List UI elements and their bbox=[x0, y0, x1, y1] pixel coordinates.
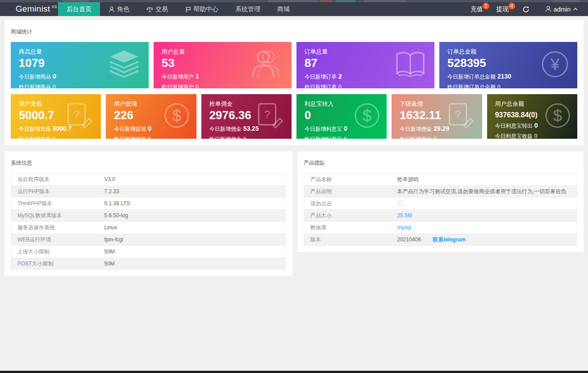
row-value: mysql bbox=[391, 222, 577, 234]
page-content: 商城统计 商品总量1079今日新增商品0昨日新增商品0用户总量53今日新增用户1… bbox=[0, 16, 588, 280]
stat-card-line2: 昨日新增订单总金额0 bbox=[447, 83, 569, 88]
stat-line-value: 0 bbox=[148, 125, 151, 132]
row-value: 本产品只为学习测试交流,请勿要做商业或者用于违法行为,一切后果自负 bbox=[391, 186, 577, 198]
table-row: 产品名称抢单源码 bbox=[304, 174, 577, 186]
row-value: fpm-fcgi bbox=[98, 234, 286, 246]
stat-line-label: 今日新增订单总金额 bbox=[447, 74, 496, 80]
nav-item-label: 角色 bbox=[117, 5, 129, 13]
stat-line-label: 今日新增订单 bbox=[304, 74, 337, 80]
withdraw-button[interactable]: 提现 4 bbox=[490, 2, 516, 16]
row-value-text: 7.2.33 bbox=[104, 188, 119, 195]
row-value-text: 本产品只为学习测试交流,请勿要做商业或者用于违法行为,一切后果自负 bbox=[397, 188, 567, 195]
stats-panel-title: 商城统计 bbox=[11, 28, 577, 36]
stat-line-label: 昨日新增用户 bbox=[162, 84, 194, 88]
stat-card-line2: 昨日新增提现0 bbox=[114, 136, 188, 139]
main-menu: 后台首页角色交易帮助中心系统管理商城 bbox=[58, 2, 298, 16]
do-not-click-icon[interactable]: ··· bbox=[397, 200, 405, 207]
user-icon bbox=[545, 6, 551, 12]
row-label: ThinkPHP版本 bbox=[11, 198, 98, 210]
stat-line-label: 昨日新增商品 bbox=[19, 84, 51, 88]
row-value-text: 5.6.50-log bbox=[104, 212, 128, 219]
stat-line-label: 昨日新增佣金 bbox=[209, 136, 242, 139]
row-label: MySQL数据库版本 bbox=[11, 210, 98, 222]
stat-card-line2: 昨日新增订单0 bbox=[304, 83, 426, 88]
refresh-button[interactable] bbox=[516, 2, 538, 16]
stat-line-value: 0 bbox=[53, 84, 56, 88]
nav-item-5[interactable]: 商城 bbox=[269, 2, 298, 16]
table-row: MySQL数据库版本5.6.50-log bbox=[11, 210, 286, 222]
row-value: 5.1.38 LTS bbox=[98, 198, 286, 210]
value-link[interactable]: 25.5M bbox=[397, 212, 412, 219]
admin-menu[interactable]: admin bbox=[538, 2, 584, 16]
row-value-text: 50M bbox=[104, 261, 115, 267]
stat-line-label: 今日利息宝收益 bbox=[495, 133, 533, 139]
dollar-icon: $ bbox=[354, 102, 380, 131]
stat-line-value: 0 bbox=[196, 84, 199, 88]
stat-card: 订单总量87今日新增订单2昨日新增订单0 bbox=[296, 42, 434, 88]
nav-item-0[interactable]: 后台首页 bbox=[58, 2, 100, 16]
nav-item-2[interactable]: 交易 bbox=[138, 2, 176, 16]
table-row: 上传大小限制50M bbox=[11, 246, 286, 258]
stat-line-value: 0 bbox=[434, 136, 437, 139]
stats-panel: 商城统计 商品总量1079今日新增商品0昨日新增商品0用户总量53今日新增用户1… bbox=[4, 20, 584, 145]
row-value-text: 抢单源码 bbox=[397, 176, 419, 182]
table-row: POST大小限制50M bbox=[11, 258, 286, 270]
stat-card: 用户充值5000.7今日新增充值5000.7昨日新增充值0? bbox=[11, 94, 101, 139]
system-info-table: 当前程序版本V3.0运行PHP版本7.2.33ThinkPHP版本5.1.38 … bbox=[11, 173, 286, 270]
row-label: 产品说明 bbox=[304, 186, 391, 198]
row-value: ··· bbox=[391, 198, 577, 210]
row-value-text: V3.0 bbox=[104, 176, 116, 182]
row-value: 7.2.33 bbox=[98, 186, 286, 198]
stat-line-label: 今日新增用户 bbox=[162, 74, 194, 80]
stat-line-value: 0 bbox=[344, 136, 347, 139]
stat-card-line2: 昨日新增充值0 bbox=[19, 136, 93, 139]
user-icon bbox=[108, 6, 115, 13]
stat-line-label: 昨日新增充值 bbox=[19, 136, 51, 139]
product-team-table: 产品名称抢单源码产品说明本产品只为学习测试交流,请勿要做商业或者用于违法行为,一… bbox=[304, 173, 577, 246]
doc-icon: ? bbox=[65, 102, 95, 131]
stat-line-value: 0 bbox=[338, 84, 342, 88]
stat-line-value: 0 bbox=[53, 136, 56, 139]
system-info-panel: 系统信息 当前程序版本V3.0运行PHP版本7.2.33ThinkPHP版本5.… bbox=[4, 151, 292, 276]
row-label: POST大小限制 bbox=[11, 258, 98, 270]
value-link[interactable]: mysql bbox=[397, 224, 411, 231]
row-value-text: 50M bbox=[104, 249, 115, 255]
stat-line-value: 2130 bbox=[497, 73, 511, 80]
stat-line-label: 今日新增佣金 bbox=[209, 126, 242, 132]
row-value: 50M bbox=[98, 258, 286, 270]
yen-icon: ¥ bbox=[541, 50, 569, 80]
row-label: 当前程序版本 bbox=[11, 174, 98, 186]
admin-username: admin bbox=[554, 6, 571, 13]
product-team-title: 产品团队 bbox=[304, 159, 577, 167]
stat-line-value: 1 bbox=[196, 73, 199, 80]
stat-card-line2: 昨日新增佣金0 bbox=[209, 136, 284, 139]
stat-line-label: 今日新增商品 bbox=[19, 74, 51, 80]
scales-icon bbox=[146, 6, 153, 13]
stat-line-value: 0 bbox=[243, 136, 246, 139]
svg-text:?: ? bbox=[74, 108, 80, 120]
nav-item-1[interactable]: 角色 bbox=[100, 2, 138, 16]
app-logo: Geminist V3.0 bbox=[0, 2, 58, 16]
stat-card-line2: 昨日新增佣金0 bbox=[400, 136, 474, 139]
stat-line-value: 0 bbox=[53, 73, 56, 80]
recharge-label: 充值 bbox=[471, 5, 483, 13]
nav-item-4[interactable]: 系统管理 bbox=[227, 2, 269, 16]
stat-card: 用户总量53今日新增用户1昨日新增用户0 bbox=[154, 42, 292, 88]
doc-icon: ? bbox=[256, 102, 285, 131]
row-label: 版本 bbox=[304, 234, 391, 246]
stat-cards-row-2: 用户充值5000.7今日新增充值5000.7昨日新增充值0?用户提现226今日新… bbox=[11, 94, 577, 139]
row-label: 上传大小限制 bbox=[11, 246, 98, 258]
system-info-title: 系统信息 bbox=[11, 159, 286, 167]
stat-line-label: 昨日新增订单总金额 bbox=[447, 84, 496, 88]
stat-card-line2: 昨日新增用户0 bbox=[162, 83, 284, 88]
stat-line-value: 0 bbox=[148, 136, 151, 139]
product-team-panel: 产品团队 产品名称抢单源码产品说明本产品只为学习测试交流,请勿要做商业或者用于违… bbox=[297, 151, 584, 252]
stat-cards-row-1: 商品总量1079今日新增商品0昨日新增商品0用户总量53今日新增用户1昨日新增用… bbox=[11, 42, 577, 88]
contact-telegram-link[interactable]: 联系telegram bbox=[433, 236, 466, 243]
nav-item-label: 商城 bbox=[277, 5, 290, 13]
row-value: 20210406联系telegram bbox=[391, 234, 577, 246]
stat-card: 用户提现226今日新增提现0昨日新增提现0$ bbox=[106, 94, 196, 139]
recharge-button[interactable]: 充值 2 bbox=[464, 2, 490, 16]
row-label: 服务器操作系统 bbox=[11, 222, 98, 234]
nav-item-3[interactable]: 帮助中心 bbox=[176, 2, 227, 16]
